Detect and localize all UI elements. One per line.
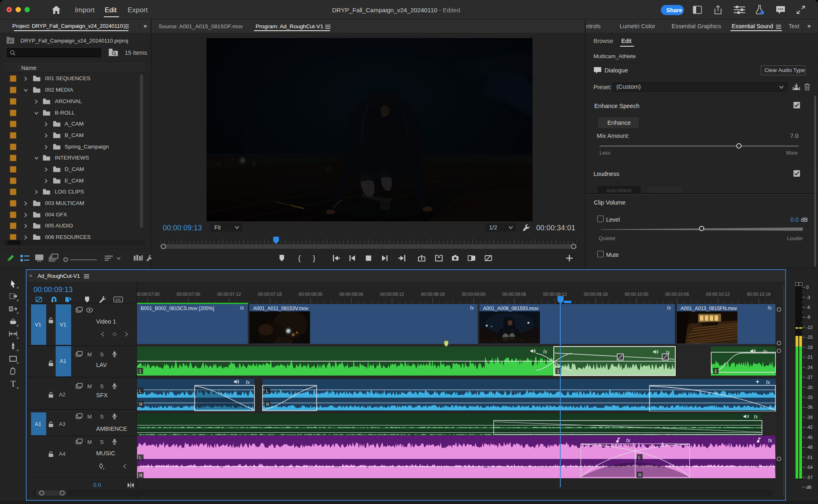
svg-text:fx: fx: [543, 349, 547, 355]
svg-text:0: 0: [806, 285, 809, 290]
svg-text:fx: fx: [754, 414, 758, 420]
svg-text:S: S: [100, 414, 104, 420]
svg-text:L: L: [638, 455, 641, 460]
svg-text:R: R: [139, 402, 143, 407]
svg-text:00:00:08:00: 00:00:08:00: [299, 292, 322, 297]
svg-text:R: R: [638, 473, 642, 477]
svg-text:fx: fx: [763, 349, 767, 355]
svg-text:00:00:10:00: 00:00:10:00: [625, 292, 648, 297]
svg-text:R: R: [266, 402, 270, 407]
svg-text:{: {: [298, 254, 301, 262]
svg-text:fx: fx: [246, 380, 250, 385]
svg-text:-24: -24: [806, 365, 813, 370]
svg-text:00:00:08:06: 00:00:08:06: [339, 292, 363, 297]
svg-text:00:00:07:18: 00:00:07:18: [258, 292, 282, 297]
svg-text:S: S: [100, 383, 104, 389]
svg-text:-15: -15: [806, 335, 813, 340]
svg-text:00:00:10:12: 00:00:10:12: [706, 292, 730, 297]
svg-text:-12: -12: [806, 325, 813, 330]
svg-text:M: M: [88, 383, 92, 389]
svg-text:-21: -21: [806, 355, 813, 360]
svg-text:}: }: [313, 254, 315, 262]
svg-text:-57: -57: [806, 475, 813, 480]
svg-text:fx: fx: [666, 350, 670, 356]
svg-text:00:00:09:18: 00:00:09:18: [584, 292, 608, 297]
svg-text:CC: CC: [116, 298, 121, 302]
svg-text:L: L: [266, 389, 269, 394]
svg-text:M: M: [88, 414, 92, 420]
svg-text:-33: -33: [806, 395, 813, 400]
svg-text:-27: -27: [806, 375, 813, 380]
svg-text:1: 1: [557, 369, 560, 374]
svg-text:M: M: [88, 439, 92, 445]
svg-text:fx: fx: [766, 380, 770, 385]
svg-text:00:00:08:12: 00:00:08:12: [380, 292, 404, 297]
svg-text:R: R: [139, 473, 143, 478]
svg-text:1: 1: [715, 369, 717, 374]
svg-text:00:00:07:06: 00:00:07:06: [177, 292, 200, 297]
svg-text:00:00:10:18: 00:00:10:18: [747, 292, 771, 297]
svg-text:00:00:09:06: 00:00:09:06: [502, 292, 526, 297]
svg-text:fx: fx: [626, 438, 630, 443]
svg-text:-36: -36: [806, 405, 813, 410]
svg-text:-30: -30: [806, 385, 813, 390]
svg-text:00:00:08:18: 00:00:08:18: [421, 292, 445, 297]
svg-text:00:00:10:06: 00:00:10:06: [665, 292, 689, 297]
svg-text:00:00:07:12: 00:00:07:12: [217, 292, 241, 297]
svg-text:L: L: [139, 389, 142, 394]
svg-text:-54: -54: [806, 465, 813, 470]
svg-text:L: L: [139, 455, 142, 460]
svg-text:1: 1: [139, 369, 142, 374]
svg-text:-48: -48: [806, 445, 813, 450]
svg-text:00:00:09:00: 00:00:09:00: [462, 292, 485, 297]
svg-text:S: S: [100, 351, 104, 358]
svg-text:M: M: [88, 351, 92, 358]
svg-text:-3: -3: [806, 295, 810, 300]
svg-text:fx: fx: [768, 438, 772, 443]
svg-text:00:00:07:00: 00:00:07:00: [137, 292, 160, 297]
svg-text:-42: -42: [806, 425, 813, 430]
svg-text:T: T: [11, 379, 16, 388]
svg-text:dB: dB: [806, 485, 811, 490]
svg-text:-45: -45: [806, 435, 813, 440]
svg-text:S: S: [100, 439, 104, 445]
svg-text:-51: -51: [806, 455, 813, 460]
svg-text:-9: -9: [806, 315, 810, 320]
svg-text:-18: -18: [806, 345, 813, 350]
svg-text:-6: -6: [806, 305, 810, 310]
svg-text:-39: -39: [806, 415, 813, 420]
